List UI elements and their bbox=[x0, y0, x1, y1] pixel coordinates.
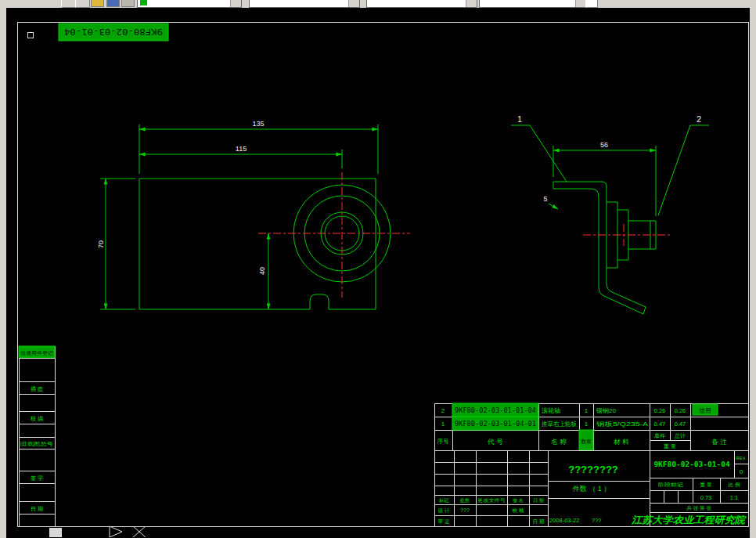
drawing-svg[interactable]: 9KF80-02-03-01-04 借通用件登记 描 图 校 描 旧底图总号 签… bbox=[6, 8, 750, 538]
bom-header-cell: 总计 bbox=[674, 433, 686, 439]
layer-state-icon[interactable] bbox=[121, 0, 135, 7]
dim-text: 5 bbox=[543, 195, 547, 203]
color-combo[interactable] bbox=[249, 0, 360, 8]
part-outline[interactable] bbox=[139, 179, 376, 309]
drawing-number: 9KF80-02-03-01-04 bbox=[653, 460, 730, 468]
bracket-outline[interactable] bbox=[553, 182, 646, 314]
layer-properties-icon[interactable] bbox=[91, 0, 104, 7]
linetype-combo[interactable] bbox=[366, 0, 477, 8]
bom-unit-weight: 0.47 bbox=[654, 421, 666, 428]
role-label: 设 计 bbox=[438, 507, 450, 513]
bom-header-cell: 单件 bbox=[654, 433, 665, 439]
dim-text: 135 bbox=[252, 120, 264, 128]
signature-value: ??? bbox=[592, 517, 602, 524]
balloon-1[interactable]: 1 bbox=[511, 114, 567, 182]
dropdown-arrow-icon[interactable] bbox=[348, 0, 359, 7]
dim-text: 70 bbox=[97, 240, 105, 248]
toolbar-button[interactable] bbox=[61, 0, 76, 8]
rev-col-label: 日 期 bbox=[533, 498, 544, 504]
bom-qty: 1 bbox=[585, 407, 589, 414]
weight-value: 0.73 bbox=[700, 494, 712, 501]
bom-row[interactable]: 1 9KF80-02-03-01-04-01 推草右上轮板 1 钢板5/Q235… bbox=[441, 421, 686, 428]
bom-remark: 借用 bbox=[700, 407, 711, 414]
bom-total-weight: 0.47 bbox=[675, 421, 686, 428]
balloon-2[interactable]: 2 bbox=[658, 114, 709, 215]
scale-label: 比 例 bbox=[729, 482, 740, 488]
dim-56[interactable]: 56 bbox=[553, 141, 656, 216]
bom-header-cell: 代 号 bbox=[487, 438, 503, 446]
bom-seq: 1 bbox=[441, 421, 445, 428]
role-label: 校 核 bbox=[512, 507, 524, 513]
bom-header-cell: 数量 bbox=[581, 439, 592, 444]
margin-label: 旧底图总号 bbox=[20, 441, 54, 447]
bom-row[interactable]: 2 9KF80-02-03-01-01-04 滚轮轴 1 锻钢20 0.26 0… bbox=[441, 407, 711, 414]
bom-header-cell: 备 注 bbox=[711, 438, 727, 446]
dim-70[interactable]: 70 bbox=[97, 179, 135, 309]
toolbar-cell[interactable] bbox=[585, 0, 598, 8]
layer-combo[interactable] bbox=[137, 0, 242, 8]
rev-col-label: 更改文件号 bbox=[477, 497, 506, 503]
title-block[interactable]: 标记 处数 更改文件号 签 名 日 期 设 计 ??? 校 核 审 定 日 期 … bbox=[434, 450, 748, 526]
dimensions[interactable]: 135 115 70 40 56 bbox=[97, 120, 656, 309]
bom-table[interactable]: 2 9KF80-02-03-01-01-04 滚轮轴 1 锻钢20 0.26 0… bbox=[434, 403, 748, 450]
bom-unit-weight: 0.26 bbox=[654, 407, 666, 414]
bom-seq: 2 bbox=[441, 407, 445, 414]
bom-material: 锻钢20 bbox=[596, 407, 616, 414]
rev-value: 0 bbox=[740, 468, 743, 475]
front-view[interactable] bbox=[139, 172, 410, 309]
corner-mark bbox=[27, 32, 33, 38]
dropdown-arrow-icon[interactable] bbox=[230, 0, 241, 7]
company-name: 江苏大学农业工程研究院 bbox=[631, 515, 747, 525]
toolbar bbox=[0, 0, 756, 8]
cad-window: 9KF80-02-03-01-04 借通用件登记 描 图 校 描 旧底图总号 签… bbox=[0, 0, 756, 538]
bom-header-cell: 序号 bbox=[437, 438, 450, 445]
layers-icon[interactable] bbox=[106, 0, 120, 7]
dim-text: 56 bbox=[600, 141, 608, 149]
rev-col-label: 处数 bbox=[459, 497, 470, 504]
sheet-count: 共 张 第 张 bbox=[686, 505, 711, 511]
dropdown-arrow-icon[interactable] bbox=[575, 0, 586, 7]
margin-blocks: 借通用件登记 描 图 校 描 旧底图总号 签 字 日 期 bbox=[19, 346, 55, 526]
bom-qty: 1 bbox=[585, 421, 589, 428]
bom-header-cell: 名 称 bbox=[551, 438, 567, 446]
bom-code: 9KF80-02-03-01-04-01 bbox=[455, 421, 536, 428]
sheet-code-box[interactable]: 9KF80-02-03-01-04 bbox=[59, 23, 168, 41]
dim-text: 40 bbox=[258, 267, 266, 275]
rev-label: REV. bbox=[736, 456, 747, 460]
margin-label: 描 图 bbox=[31, 386, 43, 392]
margin-label: 借通用件登记 bbox=[20, 350, 54, 356]
date-label: 日 期 bbox=[533, 518, 545, 524]
piece-count: 件数 （ 1 ） bbox=[572, 485, 611, 493]
layer-color-swatch bbox=[140, 0, 147, 5]
balloon-number: 2 bbox=[697, 114, 701, 124]
lineweight-combo[interactable] bbox=[479, 0, 587, 8]
ucs-icon bbox=[110, 526, 146, 537]
scrollbar-stub[interactable] bbox=[49, 528, 62, 537]
dropdown-arrow-icon[interactable] bbox=[466, 0, 477, 7]
bom-header-cell: 材 料 bbox=[613, 438, 629, 446]
drawing-title: ???????? bbox=[568, 464, 618, 475]
rev-col-label: 标记 bbox=[438, 497, 448, 504]
dim-115[interactable]: 115 bbox=[139, 145, 342, 168]
margin-label: 签 字 bbox=[31, 475, 43, 481]
weight-label: 重 量 bbox=[700, 482, 712, 487]
rev-col-label: 签 名 bbox=[513, 498, 524, 504]
signature-value: ??? bbox=[460, 507, 470, 513]
drawing-canvas[interactable]: 9KF80-02-03-01-04 借通用件登记 描 图 校 描 旧底图总号 签… bbox=[6, 8, 750, 538]
dim-40[interactable]: 40 bbox=[258, 233, 268, 309]
bom-code: 9KF80-02-03-01-01-04 bbox=[455, 407, 536, 414]
stage-label: 阶段标记 bbox=[658, 482, 684, 488]
margin-label: 校 描 bbox=[30, 416, 43, 422]
bom-header-cell: 重 量 bbox=[664, 443, 676, 449]
dim-5[interactable]: 5 bbox=[543, 195, 558, 209]
side-view[interactable] bbox=[553, 182, 670, 314]
toolbar-button[interactable] bbox=[75, 0, 90, 8]
bom-name: 推草右上轮板 bbox=[542, 421, 578, 428]
margin-label: 日 期 bbox=[31, 506, 43, 512]
scale-value: 1:1 bbox=[730, 494, 738, 501]
bom-total-weight: 0.26 bbox=[675, 407, 686, 414]
bom-name: 滚轮轴 bbox=[542, 407, 560, 414]
date-value: 2008-03-22 bbox=[549, 517, 579, 524]
bom-material: 钢板5/Q235-A bbox=[596, 421, 648, 428]
sheet-code-text: 9KF80-02-03-01-04 bbox=[64, 27, 163, 37]
